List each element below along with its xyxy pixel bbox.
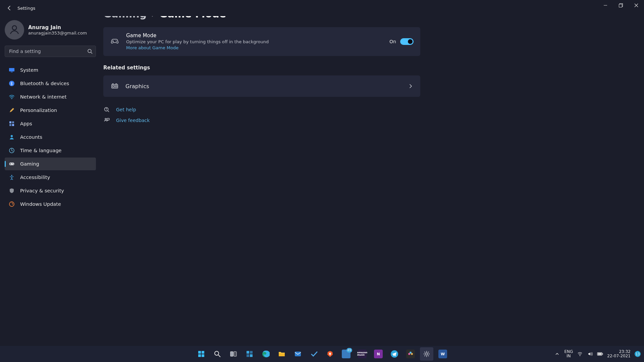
svg-rect-53 — [598, 353, 602, 355]
game-mode-card: Game Mode Optimize your PC for play by t… — [103, 27, 420, 56]
wifi-tray-icon[interactable] — [577, 351, 583, 357]
svg-point-28 — [105, 118, 106, 120]
svg-rect-11 — [12, 121, 14, 123]
get-help-link[interactable]: Get help — [116, 107, 136, 112]
task-view-icon — [229, 350, 238, 358]
related-settings-heading: Related settings — [103, 65, 631, 71]
svg-point-50 — [580, 356, 580, 356]
nav-system[interactable]: System — [5, 64, 96, 76]
update-icon — [9, 201, 15, 207]
language-indicator[interactable]: ENG IN — [564, 350, 573, 358]
nav-apps[interactable]: Apps — [5, 117, 96, 130]
tray-overflow[interactable] — [554, 351, 560, 357]
taskbar-todo[interactable] — [307, 347, 321, 361]
svg-point-14 — [11, 135, 13, 137]
gear-icon — [422, 350, 431, 358]
start-button[interactable] — [195, 347, 208, 361]
taskbar-onenote[interactable]: N — [372, 347, 385, 361]
taskbar-settings[interactable] — [420, 347, 433, 361]
telegram-icon — [390, 350, 399, 358]
nav-personalization[interactable]: Personalization — [5, 104, 96, 117]
back-button[interactable] — [5, 4, 13, 12]
nav-label: Accounts — [20, 134, 42, 140]
task-view[interactable] — [227, 347, 240, 361]
more-about-link[interactable]: More about Game Mode — [126, 45, 178, 50]
nav-privacy[interactable]: Privacy & security — [5, 184, 96, 197]
maximize-button[interactable] — [613, 0, 629, 11]
accessibility-icon — [9, 174, 15, 180]
sidebar: Anurag Jain anuragjain353@gmail.com Syst… — [0, 16, 101, 362]
nav-label: Network & internet — [20, 94, 66, 100]
svg-rect-38 — [247, 351, 249, 354]
taskbar-mail[interactable] — [291, 347, 305, 361]
taskbar-amazon-music[interactable]: amazonmusic — [356, 347, 369, 361]
svg-rect-40 — [247, 354, 249, 357]
svg-rect-30 — [198, 351, 201, 354]
nav-accounts[interactable]: Accounts — [5, 131, 96, 143]
gamepad-icon — [9, 161, 15, 167]
taskbar-telegram[interactable] — [388, 347, 401, 361]
nav-windows-update[interactable]: Windows Update — [5, 198, 96, 210]
nav-label: Privacy & security — [20, 188, 64, 193]
svg-rect-39 — [250, 351, 253, 354]
svg-rect-6 — [9, 68, 14, 71]
clock-date: 22-07-2021 — [607, 354, 631, 358]
edge-icon — [261, 350, 270, 358]
svg-rect-41 — [250, 354, 253, 357]
taskbar-pinned-app[interactable]: 49 — [339, 347, 353, 361]
svg-point-3 — [12, 26, 17, 30]
svg-point-20 — [9, 202, 14, 206]
nav-accessibility[interactable]: Accessibility — [5, 171, 96, 184]
taskbar-edge[interactable] — [259, 347, 272, 361]
nav-network[interactable]: Network & internet — [5, 90, 96, 103]
clock[interactable]: 23:32 22-07-2021 — [607, 350, 631, 358]
notification-center[interactable]: 13 — [635, 351, 641, 357]
give-feedback-link[interactable]: Give feedback — [116, 118, 150, 123]
word-icon: W — [438, 350, 447, 358]
volume-tray-icon[interactable] — [587, 351, 593, 357]
person-icon — [9, 134, 15, 140]
widgets-button[interactable] — [243, 347, 256, 361]
taskbar-davinci[interactable] — [404, 347, 417, 361]
badge-count: 49 — [346, 348, 352, 353]
search-icon — [213, 350, 222, 358]
nav-bluetooth[interactable]: Bluetooth & devices — [5, 77, 96, 90]
game-mode-toggle[interactable] — [400, 38, 414, 45]
toggle-state-label: On — [389, 39, 396, 44]
nav-time-language[interactable]: Time & language — [5, 144, 96, 157]
taskbar-word[interactable]: W — [436, 347, 449, 361]
close-button[interactable] — [629, 0, 644, 11]
nav-list: System Bluetooth & devices Network & int… — [5, 64, 96, 210]
widgets-icon — [245, 350, 254, 358]
taskbar-file-explorer[interactable] — [275, 347, 288, 361]
svg-rect-37 — [234, 352, 236, 356]
user-email: anuragjain353@gmail.com — [28, 31, 87, 36]
nav-label: Bluetooth & devices — [20, 81, 69, 86]
svg-rect-36 — [230, 352, 233, 356]
taskbar: 49 amazonmusic N W ENG IN 23:32 22-07-20… — [0, 346, 644, 362]
taskbar-search[interactable] — [211, 347, 224, 361]
nav-gaming[interactable]: Gaming — [5, 158, 96, 170]
app-title: Settings — [17, 6, 35, 11]
breadcrumb-parent[interactable]: Gaming — [103, 16, 147, 20]
nav-label: Accessibility — [20, 175, 50, 180]
nav-label: Apps — [20, 121, 32, 126]
svg-rect-31 — [202, 351, 204, 354]
avatar — [5, 20, 24, 40]
minimize-button[interactable] — [598, 0, 613, 11]
account-profile[interactable]: Anurag Jain anuragjain353@gmail.com — [5, 17, 96, 46]
card-subtitle: Optimize your PC for play by turning thi… — [126, 39, 383, 44]
graphics-icon — [111, 82, 119, 90]
search-input[interactable] — [5, 46, 96, 57]
lang-bottom: IN — [564, 354, 573, 358]
svg-point-21 — [116, 41, 116, 41]
battery-tray-icon[interactable] — [597, 351, 603, 357]
svg-rect-12 — [9, 124, 11, 126]
taskbar-brave[interactable] — [323, 347, 337, 361]
svg-rect-13 — [12, 124, 14, 126]
svg-point-22 — [116, 41, 117, 42]
feedback-icon — [103, 117, 110, 124]
svg-rect-7 — [11, 72, 13, 72]
graphics-link[interactable]: Graphics — [103, 75, 420, 97]
wifi-icon — [9, 94, 15, 100]
